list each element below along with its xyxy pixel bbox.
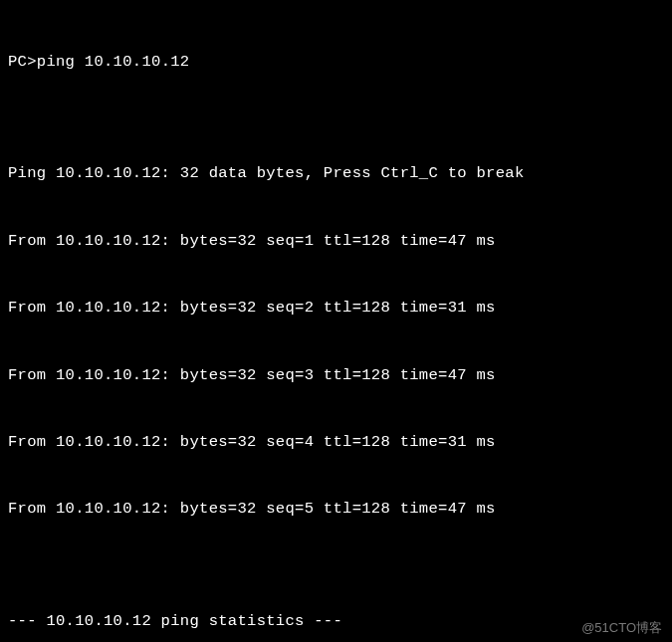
ping-reply: From 10.10.10.12: bytes=32 seq=3 ttl=128…: [8, 364, 664, 386]
ping-header-1: Ping 10.10.10.12: 32 data bytes, Press C…: [8, 162, 664, 184]
ping-reply: From 10.10.10.12: bytes=32 seq=4 ttl=128…: [8, 431, 664, 453]
prompt-ps: PC>: [8, 51, 37, 73]
ping-reply: From 10.10.10.12: bytes=32 seq=1 ttl=128…: [8, 230, 664, 252]
watermark-label: @51CTO博客: [581, 619, 662, 638]
terminal-output[interactable]: PC>ping 10.10.10.12 Ping 10.10.10.12: 32…: [8, 6, 664, 642]
prompt-cmd: ping 10.10.10.12: [37, 51, 190, 73]
prompt-line-1: PC>ping 10.10.10.12: [8, 51, 664, 73]
ping-stats-header-1: --- 10.10.10.12 ping statistics ---: [8, 610, 664, 632]
ping-reply: From 10.10.10.12: bytes=32 seq=2 ttl=128…: [8, 297, 664, 319]
ping-reply: From 10.10.10.12: bytes=32 seq=5 ttl=128…: [8, 498, 664, 520]
